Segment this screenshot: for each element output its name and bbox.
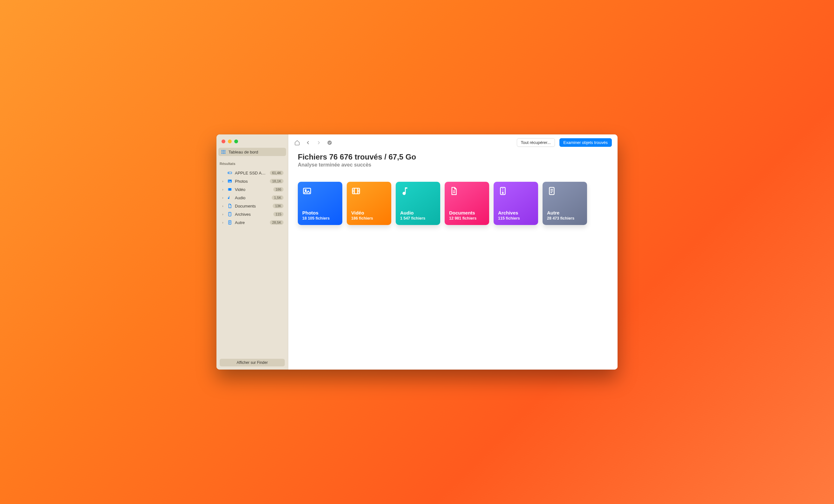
chevron-right-icon[interactable]: › — [221, 221, 225, 224]
chevron-right-icon[interactable]: › — [221, 188, 225, 191]
card-subtitle: 115 fichiers — [498, 216, 534, 221]
window-controls — [216, 134, 288, 147]
sidebar-item-video[interactable]: › Vidéo 186 — [218, 185, 286, 194]
check-circle-icon[interactable] — [326, 139, 333, 146]
svg-rect-2 — [224, 150, 225, 151]
category-cards: Photos 18 105 fichiers Vidéo 186 fichier… — [298, 182, 608, 225]
sidebar-item-audio[interactable]: › Audio 1,5K — [218, 194, 286, 202]
sidebar-item-label: Autre — [235, 220, 267, 225]
svg-rect-21 — [352, 188, 360, 194]
sidebar-item-photos[interactable]: › Photos 18,1K — [218, 177, 286, 185]
sidebar-item-archives[interactable]: › Archives 115 — [218, 210, 286, 218]
page-subtitle: Analyse terminée avec succès — [298, 162, 608, 168]
recover-all-button[interactable]: Tout récupérer... — [517, 138, 555, 147]
count-badge: 115 — [273, 212, 284, 216]
count-badge: 61,4K — [270, 171, 284, 175]
card-title: Photos — [302, 210, 338, 216]
svg-point-12 — [228, 180, 229, 181]
svg-rect-0 — [221, 150, 222, 151]
home-icon[interactable] — [294, 139, 300, 146]
svg-rect-1 — [223, 150, 224, 151]
minimize-window-button[interactable] — [228, 139, 232, 143]
svg-rect-6 — [221, 153, 222, 154]
sidebar-item-label: Tableau de bord — [228, 150, 284, 154]
card-subtitle: 28 473 fichiers — [547, 216, 583, 221]
sidebar-item-label: Vidéo — [235, 187, 271, 192]
document-icon — [449, 186, 459, 196]
card-photos[interactable]: Photos 18 105 fichiers — [298, 182, 342, 225]
file-icon — [547, 186, 556, 196]
card-title: Audio — [400, 210, 436, 216]
sidebar-item-drive[interactable]: APPLE SSD AP0… 61,4K — [218, 169, 286, 177]
svg-point-10 — [228, 173, 229, 173]
chevron-right-icon[interactable]: › — [221, 213, 225, 216]
sidebar-item-label: Documents — [235, 204, 270, 209]
count-badge: 28,5K — [270, 220, 284, 225]
archive-zip-icon — [498, 186, 508, 196]
film-icon — [351, 186, 361, 196]
video-icon — [227, 187, 232, 192]
file-icon — [227, 220, 232, 225]
svg-rect-7 — [223, 153, 224, 154]
page-title: Fichiers 76 676 trouvés / 67,5 Go — [298, 153, 608, 161]
dashboard-icon — [221, 149, 226, 154]
svg-rect-14 — [228, 188, 228, 191]
card-other[interactable]: Autre 28 473 fichiers — [543, 182, 587, 225]
sidebar-item-label: Audio — [235, 195, 269, 200]
card-title: Autre — [547, 210, 583, 216]
main-content: Tout récupérer... Examiner objets trouvé… — [288, 134, 618, 370]
music-note-icon — [227, 195, 232, 200]
card-title: Vidéo — [351, 210, 387, 216]
review-found-button[interactable]: Examiner objets trouvés — [559, 138, 612, 147]
chevron-right-icon[interactable]: › — [221, 204, 225, 208]
sidebar-item-label: APPLE SSD AP0… — [235, 171, 267, 175]
sidebar-item-label: Archives — [235, 212, 271, 217]
svg-rect-3 — [221, 152, 222, 153]
show-in-finder-button[interactable]: Afficher sur Finder — [220, 359, 285, 366]
svg-rect-5 — [224, 152, 225, 153]
count-badge: 1,5K — [272, 195, 284, 200]
close-window-button[interactable] — [221, 139, 225, 143]
nav-forward-icon — [315, 139, 322, 146]
count-badge: 13K — [273, 204, 284, 208]
disk-icon — [227, 170, 232, 175]
svg-point-23 — [503, 193, 503, 194]
toolbar: Tout récupérer... Examiner objets trouvé… — [288, 134, 618, 150]
svg-rect-4 — [223, 152, 224, 153]
sidebar: Tableau de bord Résultats APPLE SSD AP0…… — [216, 134, 288, 370]
svg-point-20 — [305, 190, 306, 191]
card-archives[interactable]: Archives 115 fichiers — [493, 182, 538, 225]
document-icon — [227, 203, 232, 209]
card-documents[interactable]: Documents 12 981 fichiers — [445, 182, 489, 225]
card-audio[interactable]: Audio 1 547 fichiers — [396, 182, 440, 225]
count-badge: 186 — [273, 187, 284, 192]
archive-zip-icon — [227, 212, 232, 217]
music-note-icon — [400, 186, 410, 196]
sidebar-heading-results: Résultats — [216, 157, 288, 168]
card-title: Archives — [498, 210, 534, 216]
fullscreen-window-button[interactable] — [234, 139, 238, 143]
sidebar-item-dashboard[interactable]: Tableau de bord — [218, 148, 286, 156]
nav-back-icon[interactable] — [305, 139, 311, 146]
chevron-right-icon[interactable]: › — [221, 179, 225, 183]
count-badge: 18,1K — [270, 179, 284, 183]
image-icon — [302, 186, 312, 196]
sidebar-item-other[interactable]: › Autre 28,5K — [218, 218, 286, 226]
card-subtitle: 186 fichiers — [351, 216, 387, 221]
chevron-right-icon[interactable]: › — [221, 196, 225, 200]
card-subtitle: 12 981 fichiers — [449, 216, 485, 221]
card-subtitle: 18 105 fichiers — [302, 216, 338, 221]
svg-rect-15 — [231, 188, 232, 191]
app-window: Tableau de bord Résultats APPLE SSD AP0…… — [216, 134, 618, 370]
svg-rect-8 — [224, 153, 225, 154]
image-icon — [227, 179, 232, 184]
svg-point-18 — [327, 140, 332, 145]
card-video[interactable]: Vidéo 186 fichiers — [347, 182, 391, 225]
sidebar-item-label: Photos — [235, 179, 267, 184]
card-title: Documents — [449, 210, 485, 216]
sidebar-item-documents[interactable]: › Documents 13K — [218, 202, 286, 210]
card-subtitle: 1 547 fichiers — [400, 216, 436, 221]
